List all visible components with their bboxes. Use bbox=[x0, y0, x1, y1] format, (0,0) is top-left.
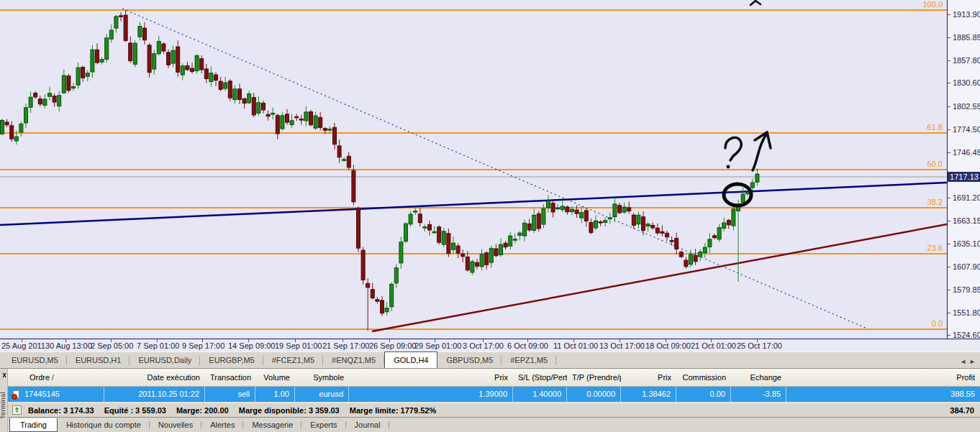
total-profit: 384.70 bbox=[950, 406, 980, 415]
caret-annotation bbox=[750, 1, 761, 5]
terminal-tab-bar: TradingHistorique du compteNouvellesAler… bbox=[8, 417, 980, 432]
account-summary-values: Balance: 3 174.33Equité : 3 559.03Marge:… bbox=[28, 406, 446, 415]
terminal-tab-messagerie[interactable]: Messagerie bbox=[243, 418, 301, 431]
column-header-volume[interactable]: Volume bbox=[255, 373, 295, 382]
close-icon[interactable]: x bbox=[1, 371, 8, 380]
column-header-ordre[interactable]: Ordre / bbox=[8, 373, 104, 382]
chart-gold-h4: 100.061.850.038.223.60.0 1717.13 1913.90… bbox=[0, 0, 980, 351]
terminal-tab-experts[interactable]: Experts bbox=[301, 418, 345, 431]
order-type-icon bbox=[13, 390, 19, 398]
terminal-tab-trading[interactable]: Trading bbox=[9, 418, 58, 432]
time-axis-label: 3 Oct 17:00 bbox=[463, 341, 504, 350]
price-axis-label: 1885.85 bbox=[953, 33, 980, 42]
terminal-tab-journal[interactable]: Journal bbox=[346, 418, 389, 431]
column-header-date-ex-cution[interactable]: Date exécution bbox=[104, 373, 205, 382]
time-axis-label: 9 Sep 17:00 bbox=[182, 341, 224, 350]
time-axis-label: 7 Sep 01:00 bbox=[137, 341, 179, 350]
mt4-window: 100.061.850.038.223.60.0 1717.13 1913.90… bbox=[0, 0, 980, 432]
question-mark-dot bbox=[727, 165, 730, 169]
column-header-t-p-prendre-pr-[interactable]: T/P (Prendre/pr... bbox=[567, 373, 621, 382]
chart-tab--enqz1-m5[interactable]: #ENQZ1,M5 bbox=[323, 353, 384, 368]
fib-label: 0.0 bbox=[932, 319, 943, 328]
order-cell-date-ex-cution: 2011.10.25 01:22 bbox=[104, 387, 205, 402]
ascending-navy-trendline[interactable] bbox=[0, 183, 947, 225]
current-price-tag: 1717.13 bbox=[948, 172, 980, 182]
price-axis-label: 1663.15 bbox=[953, 216, 980, 225]
fib-label: 61.8 bbox=[927, 123, 943, 132]
fib-label: 100.0 bbox=[922, 0, 943, 9]
chart-tab-eurgbp-m5[interactable]: EURGBP,M5 bbox=[200, 353, 263, 368]
column-header-symbole[interactable]: Symbole bbox=[295, 373, 349, 382]
price-tick bbox=[948, 221, 950, 221]
price-axis-label: 1857.80 bbox=[953, 56, 980, 65]
price-tick bbox=[948, 106, 950, 107]
arrow-annotation-head bbox=[767, 132, 771, 148]
price-tick bbox=[948, 60, 950, 61]
candles bbox=[1, 10, 759, 331]
time-axis-label: 11 Oct 01:00 bbox=[553, 341, 598, 350]
column-header-prix[interactable]: Prix bbox=[621, 373, 676, 382]
account-summary-row: ⇑ Balance: 3 174.33Equité : 3 559.03Marg… bbox=[8, 403, 980, 417]
time-axis-label: 19 Sep 01:00 bbox=[275, 341, 322, 350]
order-cell-commission: 0.00 bbox=[676, 387, 731, 402]
terminal-tab-alertes[interactable]: Alertes bbox=[201, 418, 243, 431]
descending-dashed-trendline[interactable] bbox=[122, 9, 867, 328]
tab-scroll-right-icon[interactable]: ► bbox=[969, 358, 976, 365]
column-header-prix[interactable]: Prix bbox=[349, 373, 513, 382]
chart-tab--fcez1-m5[interactable]: #FCEZ1,M5 bbox=[263, 353, 323, 368]
price-axis: 1717.13 1913.901885.851857.801830.601802… bbox=[947, 0, 980, 339]
time-axis-label: 29 Sep 01:00 bbox=[414, 341, 461, 350]
candlestick-plot[interactable]: 100.061.850.038.223.60.0 bbox=[0, 0, 947, 339]
circle-annotation bbox=[724, 184, 751, 206]
price-tick bbox=[948, 14, 950, 15]
price-tick bbox=[948, 129, 950, 130]
fib-label: 50.0 bbox=[927, 160, 943, 168]
price-tick bbox=[948, 335, 950, 336]
price-tick bbox=[948, 290, 950, 290]
column-header-transaction[interactable]: Transaction bbox=[205, 373, 255, 382]
column-header-profit[interactable]: Profit bbox=[786, 373, 980, 382]
hand-drawn-annotations bbox=[724, 1, 771, 206]
terminal-vertical-label: Terminal bbox=[0, 380, 8, 431]
column-header-echange[interactable]: Echange bbox=[731, 373, 786, 382]
chart-tab-gbpusd-m5[interactable]: GBPUSD,M5 bbox=[437, 353, 502, 368]
column-header-commission[interactable]: Commission bbox=[676, 373, 731, 382]
time-axis-label: 18 Oct 09:00 bbox=[645, 341, 691, 350]
chart-tab-eurusd-m5[interactable]: EURUSD,M5 bbox=[3, 353, 67, 368]
terminal-tab-nouvelles[interactable]: Nouvelles bbox=[150, 418, 201, 431]
chart-tab--epz1-m5[interactable]: #EPZ1,M5 bbox=[502, 353, 556, 368]
fib-label: 38.2 bbox=[927, 198, 943, 206]
terminal-tab-historique-du-compte[interactable]: Historique du compte bbox=[58, 418, 150, 431]
time-axis-label: 14 Sep 09:00 bbox=[228, 341, 275, 350]
terminal-side-strip: x Terminal bbox=[0, 369, 8, 432]
chart-tab-eurusd-daily[interactable]: EURUSD,Daily bbox=[130, 353, 200, 368]
deposit-arrow-icon: ⇑ bbox=[12, 405, 22, 415]
time-axis-label: 30 Aug 13:00 bbox=[45, 341, 92, 350]
order-cell-profit: 388.55 bbox=[786, 387, 980, 402]
time-axis: 25 Aug 201130 Aug 13:002 Sep 05:007 Sep … bbox=[0, 339, 980, 351]
order-cell-prix: 1.39000 bbox=[349, 387, 513, 402]
tab-scroll-buttons: ◄► bbox=[960, 358, 980, 368]
orders-table-header: Ordre /Date exécutionTransactionVolumeSy… bbox=[8, 369, 980, 387]
order-row[interactable]: 174451452011.10.25 01:22sell1.00eurusd1.… bbox=[8, 387, 980, 402]
ascending-maroon-trendline[interactable] bbox=[372, 224, 947, 331]
summary-equit-: Equité : 3 559.03 bbox=[104, 406, 166, 415]
terminal-main: Ordre /Date exécutionTransactionVolumeSy… bbox=[8, 369, 980, 432]
order-cell-t-p-prendre-pr-: 0.00000 bbox=[567, 387, 621, 402]
price-axis-label: 1691.20 bbox=[953, 193, 980, 202]
chart-tab-eurusd-h1[interactable]: EURUSD,H1 bbox=[67, 353, 130, 368]
time-axis-label: 13 Oct 17:00 bbox=[599, 341, 645, 350]
order-cell-symbole: eurusd bbox=[295, 387, 349, 402]
price-tick bbox=[948, 83, 950, 83]
summary-marge: Marge: 200.00 bbox=[176, 406, 229, 415]
price-axis-label: 1579.85 bbox=[953, 285, 980, 294]
price-tick bbox=[948, 267, 950, 267]
tab-scroll-left-icon[interactable]: ◄ bbox=[960, 358, 966, 365]
price-axis-label: 1551.80 bbox=[953, 308, 980, 317]
price-axis-label: 1746.45 bbox=[953, 148, 980, 157]
chart-tab-gold-h4[interactable]: GOLD,H4 bbox=[384, 351, 437, 368]
price-axis-label: 1913.90 bbox=[953, 10, 980, 19]
column-header-s-l-stop-perte-[interactable]: S/L (Stop/Perte) bbox=[513, 373, 567, 382]
price-tick bbox=[948, 244, 950, 244]
time-axis-label: 6 Oct 09:00 bbox=[507, 341, 548, 350]
